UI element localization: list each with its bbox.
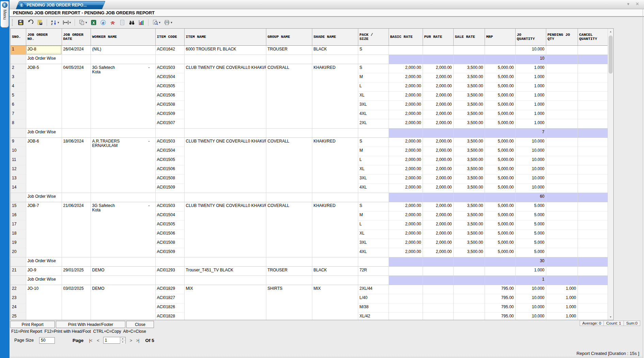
summary-empty-cell[interactable]: [62, 275, 91, 285]
summary-highlight-cell[interactable]: [578, 193, 608, 202]
summary-total-cell[interactable]: 1: [515, 275, 546, 285]
pur-rate-cell[interactable]: 2,000.00: [423, 119, 453, 128]
column-header-sno[interactable]: SNO.: [11, 29, 26, 45]
mrp-cell[interactable]: 5,000.00: [485, 119, 515, 128]
sale-rate-cell[interactable]: 3,500.00: [453, 156, 485, 165]
column-header-itemCode[interactable]: ITEM CODE: [155, 29, 184, 45]
item-code-cell[interactable]: ACI01509: [155, 183, 184, 193]
summary-empty-cell[interactable]: [155, 275, 184, 285]
pending-jo-qty-cell[interactable]: [546, 91, 578, 101]
summary-total-cell[interactable]: 60: [515, 193, 546, 202]
print-dropdown-icon[interactable]: ▾: [171, 21, 172, 24]
row-number-cell[interactable]: [11, 55, 26, 64]
item-code-cell[interactable]: ACI01507: [155, 119, 184, 128]
basic-rate-cell[interactable]: 2,000.00: [389, 220, 423, 229]
summary-highlight-cell[interactable]: [389, 257, 423, 266]
summary-empty-cell[interactable]: [266, 55, 312, 64]
sale-rate-cell[interactable]: 3,500.00: [453, 137, 485, 147]
item-name-cell[interactable]: CLUB TWENTY ONE COVERALL0 KHAKI/RED: [184, 202, 266, 257]
pur-rate-cell[interactable]: 2,000.00: [423, 165, 453, 174]
pack-size-cell[interactable]: 4XL: [358, 248, 389, 257]
print-report-button[interactable]: Print Report: [10, 321, 55, 328]
job-order-no-cell[interactable]: JOB-5: [26, 64, 62, 128]
summary-total-cell[interactable]: 10: [515, 55, 546, 64]
pur-rate-cell[interactable]: [423, 294, 453, 303]
item-code-cell[interactable]: ACI01828: [155, 312, 184, 320]
best-fit-columns-button[interactable]: ▾: [62, 19, 72, 26]
print-preview-button[interactable]: ▾: [152, 19, 161, 26]
mrp-cell[interactable]: 5,000.00: [485, 82, 515, 91]
mrp-cell[interactable]: 5,000.00: [485, 229, 515, 239]
pack-size-cell[interactable]: L: [358, 82, 389, 91]
sort-ascending-button[interactable]: AZ▾: [50, 19, 60, 26]
item-code-cell[interactable]: ACI01503: [155, 64, 184, 73]
item-code-cell[interactable]: ACI01509: [155, 110, 184, 119]
summary-empty-cell[interactable]: [91, 193, 155, 202]
sale-rate-cell[interactable]: 3,500.00: [453, 174, 485, 183]
page-number-spinner[interactable]: 1 ▲ ▼: [103, 337, 126, 344]
summary-highlight-cell[interactable]: [453, 128, 485, 137]
summary-empty-cell[interactable]: [184, 128, 266, 137]
cancel-quantity-cell[interactable]: [578, 101, 608, 110]
worker-name-cell[interactable]: 3G Safetech-Kota: [91, 202, 155, 257]
sale-rate-cell[interactable]: 3,500.00: [453, 101, 485, 110]
pending-jo-qty-cell[interactable]: [546, 165, 578, 174]
pack-size-cell[interactable]: 3XL: [358, 239, 389, 248]
row-number-cell[interactable]: 4: [11, 82, 26, 91]
row-number-cell[interactable]: 22: [11, 285, 26, 294]
pur-rate-cell[interactable]: [423, 285, 453, 294]
pending-jo-qty-cell[interactable]: [546, 211, 578, 220]
mrp-cell[interactable]: 5,000.00: [485, 110, 515, 119]
sale-rate-cell[interactable]: 3,500.00: [453, 147, 485, 156]
print-with-header-footer-button[interactable]: Print With Header/Footer: [56, 321, 125, 328]
pur-rate-cell[interactable]: 2,000.00: [423, 64, 453, 73]
summary-label-cell[interactable]: Job Order Wise: [26, 275, 62, 285]
item-code-cell[interactable]: ACI01505: [155, 220, 184, 229]
column-header-saleRate[interactable]: SALE RATE: [453, 29, 485, 45]
summary-label-cell[interactable]: Job Order Wise: [26, 55, 62, 64]
sale-rate-cell[interactable]: 3,500.00: [453, 202, 485, 211]
mrp-cell[interactable]: 5,000.00: [485, 174, 515, 183]
item-name-cell[interactable]: CLUB TWENTY ONE COVERALL0 KHAKI/RED: [184, 137, 266, 193]
basic-rate-cell[interactable]: 2,000.00: [389, 147, 423, 156]
summary-empty-cell[interactable]: [184, 275, 266, 285]
group-name-cell[interactable]: TROUSER: [266, 45, 312, 55]
jo-quantity-cell[interactable]: 10.000: [515, 183, 546, 193]
shade-name-cell[interactable]: BLACK: [312, 45, 358, 55]
mrp-cell[interactable]: 5,000.00: [485, 137, 515, 147]
jo-quantity-cell[interactable]: 5.000: [515, 239, 546, 248]
basic-rate-cell[interactable]: 2,000.00: [389, 101, 423, 110]
summary-total-cell[interactable]: 30: [515, 257, 546, 266]
row-number-cell[interactable]: 17: [11, 220, 26, 229]
pur-rate-cell[interactable]: 2,000.00: [423, 73, 453, 82]
sort-ascending-dropdown-icon[interactable]: ▾: [58, 21, 59, 24]
mrp-cell[interactable]: [485, 45, 515, 55]
item-code-cell[interactable]: ACI01505: [155, 82, 184, 91]
jo-quantity-cell[interactable]: 1.000: [515, 101, 546, 110]
item-code-cell[interactable]: ACI01504: [155, 147, 184, 156]
summary-highlight-cell[interactable]: [389, 55, 423, 64]
jo-quantity-cell[interactable]: 1.000: [515, 266, 546, 275]
pending-jo-qty-cell[interactable]: 1.000: [546, 303, 578, 312]
pending-jo-qty-cell[interactable]: [546, 147, 578, 156]
show-chart-button[interactable]: [138, 19, 145, 26]
item-code-cell[interactable]: ACI01508: [155, 239, 184, 248]
mrp-cell[interactable]: 795.00: [485, 285, 515, 294]
pur-rate-cell[interactable]: 2,000.00: [423, 174, 453, 183]
summary-highlight-cell[interactable]: [546, 275, 578, 285]
pending-jo-qty-cell[interactable]: [546, 239, 578, 248]
cancel-quantity-cell[interactable]: [578, 303, 608, 312]
export-html-button[interactable]: e: [99, 19, 107, 26]
summary-label-cell[interactable]: Job Order Wise: [26, 128, 62, 137]
pending-jo-qty-cell[interactable]: 1.000: [546, 312, 578, 320]
pur-rate-cell[interactable]: [423, 303, 453, 312]
basic-rate-cell[interactable]: 2,000.00: [389, 156, 423, 165]
summary-empty-cell[interactable]: [91, 55, 155, 64]
mrp-cell[interactable]: 5,000.00: [485, 64, 515, 73]
shade-name-cell[interactable]: BLACK: [312, 266, 358, 275]
mrp-cell[interactable]: [485, 266, 515, 275]
sale-rate-cell[interactable]: [453, 285, 485, 294]
cancel-quantity-cell[interactable]: [578, 147, 608, 156]
summary-empty-cell[interactable]: [358, 257, 389, 266]
basic-rate-cell[interactable]: 2,000.00: [389, 165, 423, 174]
